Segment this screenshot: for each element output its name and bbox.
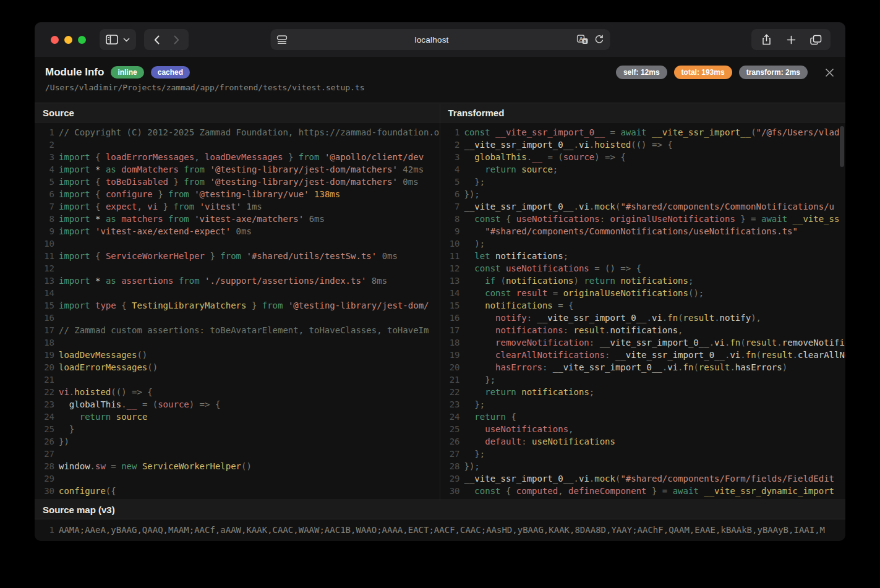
line-number: 26 <box>35 435 59 448</box>
code-line: 21 <box>35 373 440 386</box>
line-number: 27 <box>440 448 464 460</box>
code-line: 13import * as assertions from './support… <box>35 275 440 287</box>
code-panels: Source 1// Copyright (C) 2012-2025 Zamma… <box>35 103 845 500</box>
new-tab-button[interactable] <box>780 30 802 49</box>
line-number: 3 <box>35 151 59 163</box>
code-line: 8import * as matchers from 'vitest-axe/m… <box>35 213 440 225</box>
code-line: 24 return { <box>440 411 846 423</box>
line-number: 4 <box>440 163 464 176</box>
traffic-lights <box>51 36 86 44</box>
code-line: 21 }; <box>440 373 846 386</box>
sidebar-toggle-button[interactable] <box>100 29 136 50</box>
forward-button[interactable] <box>166 30 186 49</box>
code-line: 19loadDevMessages() <box>35 349 440 361</box>
line-number: 23 <box>35 398 59 411</box>
line-number: 28 <box>35 460 59 472</box>
code-line: 5 }; <box>440 176 846 188</box>
line-number: 14 <box>35 287 59 299</box>
transform-time-badge: transform: 2ms <box>739 66 808 79</box>
sidebar-icon <box>106 35 118 45</box>
code-line: 1AAMA;AAeA,yBAAG,QAAQ,MAAM;AACf,aAAW,KAA… <box>35 524 845 536</box>
self-time-badge: self: 12ms <box>616 66 667 79</box>
code-line: 10 <box>35 237 440 250</box>
page-title: Module Info <box>45 66 104 79</box>
code-line: 16 <box>35 312 440 324</box>
address-bar[interactable]: localhost A a <box>270 29 610 50</box>
line-number: 26 <box>440 435 464 448</box>
code-line: 12 const useNotifications = () => { <box>440 262 846 275</box>
line-number: 13 <box>440 275 464 287</box>
line-number: 9 <box>35 225 59 237</box>
sourcemap-view[interactable]: 1AAMA;AAeA,yBAAG,QAAQ,MAAM;AACf,aAAW,KAA… <box>35 519 845 541</box>
code-line: 28}); <box>440 460 846 472</box>
line-number: 10 <box>35 237 59 250</box>
minimize-window-button[interactable] <box>64 36 72 44</box>
close-icon <box>825 68 834 77</box>
back-button[interactable] <box>147 30 166 49</box>
zoom-window-button[interactable] <box>78 36 86 44</box>
close-window-button[interactable] <box>51 36 59 44</box>
translate-icon[interactable]: A a <box>576 35 588 45</box>
reload-icon[interactable] <box>594 35 604 45</box>
code-line: 1// Copyright (C) 2012-2025 Zammad Found… <box>35 126 440 138</box>
navigation-buttons <box>144 29 189 50</box>
line-number: 24 <box>440 411 464 423</box>
code-line: 12 <box>35 262 440 275</box>
code-line: 14 <box>35 287 440 299</box>
code-line: 13 if (notifications) return notificatio… <box>440 275 846 287</box>
vertical-scrollbar[interactable] <box>840 126 844 167</box>
line-number: 11 <box>440 250 464 262</box>
line-number: 19 <box>35 349 59 361</box>
code-line: 9 "#shared/components/CommonNotification… <box>440 225 846 237</box>
code-line: 29__vite_ssr_import_0__.vi.mock("#shared… <box>440 472 846 485</box>
svg-text:a: a <box>583 39 586 43</box>
tab-overview-button[interactable] <box>805 30 827 49</box>
code-line: 26 default: useNotifications <box>440 435 846 448</box>
code-line: 23 globalThis.__ = (source) => { <box>35 398 440 411</box>
total-time-badge: total: 193ms <box>674 66 732 79</box>
line-number: 19 <box>440 349 464 361</box>
url-text: localhost <box>287 35 576 45</box>
line-number: 2 <box>440 138 464 151</box>
source-code-view[interactable]: 1// Copyright (C) 2012-2025 Zammad Found… <box>35 122 440 499</box>
line-number: 30 <box>35 485 59 497</box>
code-line: 7__vite_ssr_import_0__.vi.mock("#shared/… <box>440 200 846 213</box>
line-number: 18 <box>35 336 59 349</box>
share-button[interactable] <box>755 30 777 49</box>
browser-toolbar: localhost A a <box>35 22 845 57</box>
line-number: 20 <box>35 361 59 373</box>
code-line: 2 <box>35 138 440 151</box>
line-number: 29 <box>35 472 59 485</box>
code-line: 20loadErrorMessages() <box>35 361 440 373</box>
code-line: 15import type { TestingLibraryMatchers }… <box>35 299 440 312</box>
code-line: 3import { loadErrorMessages, loadDevMess… <box>35 151 440 163</box>
code-line: 30configure({ <box>35 485 440 497</box>
code-line: 27 }; <box>440 448 846 460</box>
code-line: 23 }; <box>440 398 846 411</box>
code-line: 22 return notifications; <box>440 386 846 398</box>
code-line: 4import * as domMatchers from '@testing-… <box>35 163 440 176</box>
reader-view-icon[interactable] <box>276 35 287 44</box>
line-number: 4 <box>35 163 59 176</box>
code-line: 25 } <box>35 423 440 435</box>
code-line: 24 return source <box>35 411 440 423</box>
line-number: 13 <box>35 275 59 287</box>
line-number: 8 <box>35 213 59 225</box>
line-number: 14 <box>440 287 464 299</box>
close-panel-button[interactable] <box>823 66 835 79</box>
line-number: 1 <box>35 126 59 138</box>
code-line: 6import { configure } from '@testing-lib… <box>35 188 440 200</box>
code-line: 30 const { computed, defineComponent } =… <box>440 485 846 497</box>
line-number: 15 <box>35 299 59 312</box>
line-number: 6 <box>440 188 464 200</box>
code-line: 18 <box>35 336 440 349</box>
line-number: 29 <box>440 472 464 485</box>
code-line: 27 <box>35 448 440 460</box>
transformed-code-view[interactable]: 1const __vite_ssr_import_0__ = await __v… <box>440 122 846 499</box>
inline-badge: inline <box>111 66 143 79</box>
line-number: 9 <box>440 225 464 237</box>
code-line: 6}); <box>440 188 846 200</box>
line-number: 15 <box>440 299 464 312</box>
line-number: 7 <box>440 200 464 213</box>
line-number: 1 <box>35 524 59 536</box>
